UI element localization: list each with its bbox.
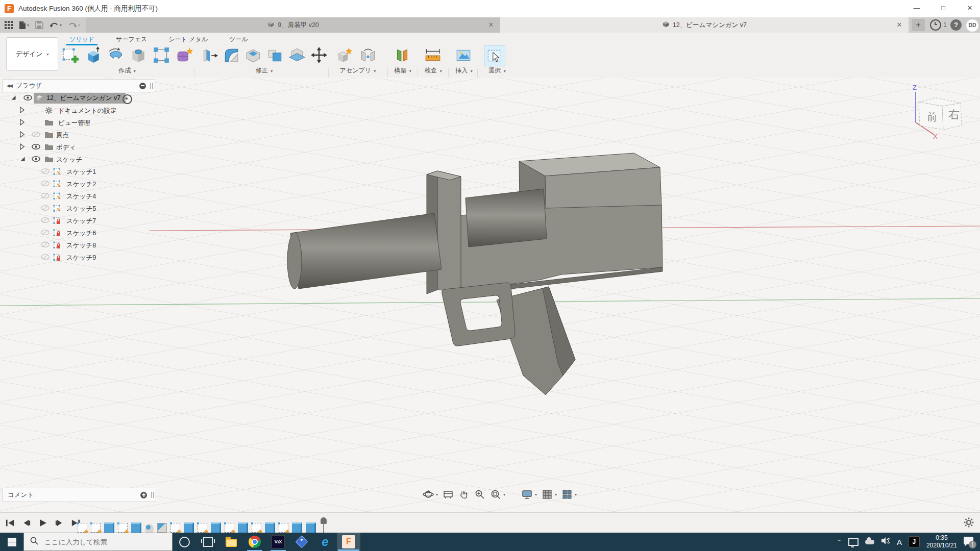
view-cube[interactable]: 前 右 Z X — [904, 83, 971, 140]
maximize-button[interactable]: □ — [933, 0, 953, 17]
tree-row-view-management[interactable]: ビュー管理 — [2, 117, 155, 129]
file-explorer-button[interactable] — [219, 533, 243, 551]
move-icon[interactable] — [309, 45, 328, 65]
eye-hidden-icon[interactable] — [41, 241, 50, 249]
timeline-sketch-icon[interactable] — [225, 523, 234, 533]
collapse-panel-icon[interactable]: ◀◀ — [7, 83, 12, 88]
user-avatar[interactable]: DD — [966, 19, 979, 32]
tray-overflow-chevron-icon[interactable]: ⌃ — [837, 539, 842, 545]
model-viewport[interactable]: 前 右 Z X ◀◀ ブラウザ — [0, 78, 980, 512]
collapsed-caret-icon[interactable] — [19, 107, 25, 115]
ime-language-icon[interactable]: J — [909, 536, 920, 547]
group-select-label[interactable]: 選択 ▾ — [484, 66, 510, 75]
panel-resize-handle[interactable] — [150, 83, 153, 89]
timeline-sketch-icon[interactable] — [170, 523, 180, 533]
taskbar-search[interactable] — [23, 533, 173, 551]
collapsed-caret-icon[interactable] — [19, 131, 25, 139]
timeline-sketch-icon[interactable] — [118, 523, 128, 533]
zoom-button[interactable] — [474, 489, 485, 500]
internet-explorer-button[interactable]: e — [313, 533, 337, 551]
pan-button[interactable] — [458, 489, 470, 500]
tree-row-bodies[interactable]: ボディ — [2, 141, 155, 154]
press-pull-icon[interactable] — [200, 45, 219, 65]
timeline-extrude-icon[interactable] — [104, 522, 114, 533]
tab-tools[interactable]: ツール — [227, 34, 250, 45]
group-modify-label[interactable]: 修正 ▾ — [200, 66, 328, 75]
revolve-icon[interactable] — [106, 45, 126, 65]
orbit-button[interactable]: ▾ — [423, 489, 438, 500]
group-insert-label[interactable]: 挿入 ▾ — [453, 66, 475, 75]
network-icon[interactable] — [848, 538, 859, 546]
tab-solid[interactable]: ソリッド — [67, 34, 96, 45]
eye-hidden-icon[interactable] — [41, 229, 50, 237]
timeline-extrude-icon[interactable] — [211, 522, 221, 533]
joint-icon[interactable] — [358, 45, 378, 65]
timeline-playhead[interactable] — [321, 517, 327, 533]
close-button[interactable]: ✕ — [960, 0, 980, 17]
zoom-window-button[interactable]: ▾ — [490, 489, 505, 500]
document-tab-inactive[interactable]: 9、肩装甲 v20 ✕ — [86, 17, 501, 33]
timeline-extrude-icon[interactable] — [265, 522, 275, 533]
timeline-extrude-icon[interactable] — [131, 522, 141, 533]
chrome-button[interactable] — [243, 533, 266, 551]
group-construct-label[interactable]: 構築 ▾ — [392, 66, 413, 75]
look-at-button[interactable] — [443, 489, 454, 500]
start-button[interactable] — [0, 533, 23, 551]
eye-visible-icon[interactable] — [32, 143, 40, 152]
help-button[interactable]: ? — [950, 19, 962, 31]
tab-close-icon[interactable]: ✕ — [895, 21, 903, 29]
step-back-button[interactable] — [20, 517, 33, 529]
file-menu-icon[interactable]: ▾ — [17, 18, 31, 32]
play-button[interactable] — [37, 517, 49, 529]
create-sketch-icon[interactable] — [60, 45, 80, 65]
shell-icon[interactable] — [244, 45, 263, 65]
extrude-icon[interactable] — [83, 45, 103, 65]
expand-caret-icon[interactable] — [19, 156, 26, 164]
eye-hidden-icon[interactable] — [41, 254, 50, 262]
group-create-label[interactable]: 作成 ▾ — [60, 66, 194, 75]
timeline-extrude-icon[interactable] — [238, 522, 248, 533]
job-status-button[interactable]: 1 — [930, 19, 947, 31]
collapsed-caret-icon[interactable] — [19, 119, 25, 127]
task-view-button[interactable] — [196, 533, 219, 551]
timeline-sketch-icon[interactable] — [198, 523, 207, 533]
viewports-button[interactable]: ▾ — [561, 489, 577, 500]
tree-row-root[interactable]: 12、ビームマシンガン v7 — [2, 92, 155, 105]
minimize-panel-icon[interactable] — [139, 83, 146, 89]
step-forward-button[interactable] — [53, 517, 65, 529]
tree-row-sketch[interactable]: スケッチ9 — [2, 252, 155, 264]
eye-hidden-icon[interactable] — [41, 180, 50, 188]
activate-component-radio[interactable] — [122, 94, 132, 104]
expand-caret-icon[interactable] — [10, 94, 17, 103]
save-icon[interactable] — [34, 18, 45, 32]
add-comment-icon[interactable] — [140, 492, 147, 498]
tag-app-button[interactable] — [290, 533, 313, 551]
group-assemble-label[interactable]: アセンブリ ▾ — [334, 66, 381, 75]
tree-row-sketch[interactable]: スケッチ2 — [2, 178, 155, 190]
ime-mode-indicator[interactable]: A — [897, 538, 902, 546]
tab-close-icon[interactable]: ✕ — [487, 21, 495, 29]
tree-row-document-settings[interactable]: ドキュメントの設定 — [2, 105, 155, 117]
workspace-selector[interactable]: デザイン ▾ — [6, 37, 58, 71]
new-component-icon[interactable] — [334, 45, 355, 65]
panel-resize-handle[interactable] — [151, 492, 154, 498]
timeline-extrude-icon[interactable] — [306, 522, 316, 533]
action-center-button[interactable]: 1 — [964, 537, 975, 547]
tree-row-origin[interactable]: 原点 — [2, 129, 155, 141]
fusion360-taskbar-button[interactable]: F — [337, 533, 360, 551]
eye-hidden-icon[interactable] — [41, 205, 50, 213]
go-to-start-button[interactable] — [4, 517, 16, 529]
fillet-icon[interactable] — [222, 45, 241, 65]
form-icon[interactable] — [174, 45, 194, 65]
tree-row-sketch[interactable]: スケッチ4 — [2, 190, 155, 203]
display-settings-button[interactable]: ▾ — [522, 489, 537, 500]
timeline-sketch-icon[interactable] — [78, 523, 87, 533]
pattern-icon[interactable] — [152, 45, 172, 65]
tree-row-sketches-folder[interactable]: スケッチ — [2, 154, 155, 166]
timeline-sketch-icon[interactable] — [252, 523, 261, 533]
search-input[interactable] — [43, 538, 163, 546]
construct-plane-icon[interactable] — [392, 45, 412, 65]
browser-header[interactable]: ◀◀ ブラウザ — [2, 79, 155, 92]
insert-icon[interactable] — [453, 45, 474, 65]
timeline-extrude-icon[interactable] — [292, 522, 302, 533]
